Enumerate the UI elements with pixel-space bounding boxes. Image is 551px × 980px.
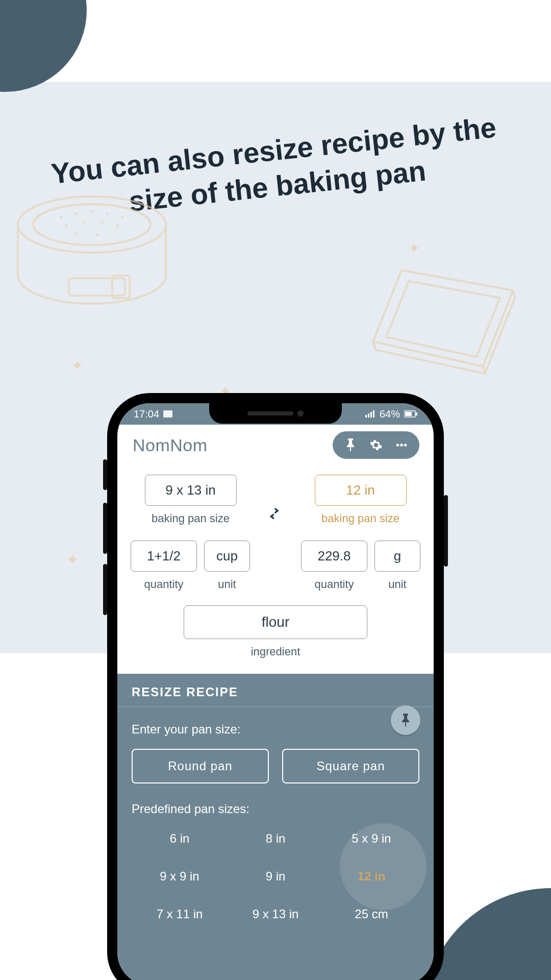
gear-icon[interactable] bbox=[369, 438, 383, 452]
phone-side-button bbox=[103, 503, 107, 554]
sparkle-icon: ✦ bbox=[71, 357, 83, 374]
svg-rect-20 bbox=[405, 412, 412, 416]
source-unit-label: unit bbox=[218, 578, 236, 591]
svg-point-8 bbox=[121, 216, 124, 218]
phone-side-button bbox=[103, 564, 107, 615]
source-pan-size-input[interactable]: 9 x 13 in bbox=[145, 475, 237, 506]
app-top-bar: NomNom bbox=[117, 425, 434, 465]
signal-icon bbox=[365, 410, 375, 418]
round-pan-button[interactable]: Round pan bbox=[132, 749, 269, 783]
status-time: 17:04 bbox=[134, 408, 159, 420]
pan-size-option[interactable]: 7 x 11 in bbox=[132, 904, 228, 924]
resize-recipe-panel: RESIZE RECIPE Enter your pan size: Round… bbox=[117, 674, 434, 980]
phone-frame: 17:04 64% NomNom bbox=[107, 393, 444, 980]
pan-size-option[interactable]: 9 x 13 in bbox=[228, 904, 323, 924]
pan-size-option[interactable]: 6 in bbox=[132, 828, 228, 849]
status-image-icon bbox=[163, 410, 172, 418]
pan-size-option[interactable]: 8 in bbox=[228, 828, 323, 849]
status-battery: 64% bbox=[380, 408, 400, 420]
rectangular-pan-illustration bbox=[367, 255, 520, 388]
svg-point-7 bbox=[106, 212, 109, 215]
predefined-size-grid: 6 in 8 in 5 x 9 in 9 x 9 in 9 in 12 in 7… bbox=[132, 828, 419, 924]
svg-point-14 bbox=[96, 234, 98, 236]
phone-side-button bbox=[444, 495, 448, 567]
svg-point-23 bbox=[400, 444, 403, 446]
phone-screen: 17:04 64% NomNom bbox=[117, 403, 434, 980]
target-unit-input[interactable]: g bbox=[374, 541, 420, 572]
converter-panel: 9 x 13 in baking pan size 12 in baking p… bbox=[117, 465, 434, 674]
pan-size-option[interactable]: 9 x 9 in bbox=[132, 866, 228, 887]
svg-rect-18 bbox=[373, 410, 374, 418]
pan-size-option[interactable]: 9 in bbox=[228, 866, 323, 887]
phone-notch bbox=[209, 403, 342, 424]
svg-rect-17 bbox=[370, 412, 372, 418]
target-unit-label: unit bbox=[388, 578, 406, 591]
svg-point-24 bbox=[404, 444, 407, 446]
swap-button[interactable] bbox=[265, 504, 286, 525]
target-quantity-output[interactable]: 229.8 bbox=[301, 541, 367, 572]
svg-point-12 bbox=[116, 225, 119, 227]
target-quantity-label: quantity bbox=[314, 578, 354, 591]
pan-size-option[interactable]: 5 x 9 in bbox=[323, 828, 419, 849]
app-title: NomNom bbox=[133, 435, 208, 455]
resize-panel-title: RESIZE RECIPE bbox=[117, 674, 434, 707]
svg-point-4 bbox=[60, 216, 63, 218]
source-quantity-input[interactable]: 1+1/2 bbox=[131, 541, 197, 572]
more-icon[interactable] bbox=[395, 438, 408, 452]
resize-prompt: Enter your pan size: bbox=[132, 722, 419, 737]
svg-point-22 bbox=[396, 444, 399, 446]
svg-point-10 bbox=[83, 222, 86, 224]
round-pan-illustration bbox=[10, 189, 184, 332]
svg-point-5 bbox=[76, 212, 78, 215]
pin-fab-button[interactable] bbox=[391, 705, 420, 735]
svg-point-6 bbox=[91, 210, 93, 213]
ingredient-label: ingredient bbox=[251, 645, 300, 658]
battery-icon bbox=[404, 410, 417, 418]
square-pan-button[interactable]: Square pan bbox=[282, 749, 419, 783]
top-action-pill bbox=[333, 431, 419, 459]
target-pan-size-label: baking pan size bbox=[321, 512, 399, 525]
decor-circle-top-left bbox=[0, 0, 87, 92]
pan-size-option-selected[interactable]: 12 in bbox=[323, 866, 419, 887]
svg-rect-16 bbox=[368, 413, 369, 418]
svg-point-13 bbox=[76, 233, 78, 235]
target-pan-size-input[interactable]: 12 in bbox=[315, 475, 407, 506]
predefined-sizes-label: Predefined pan sizes: bbox=[132, 802, 419, 816]
svg-point-9 bbox=[65, 225, 68, 227]
svg-point-11 bbox=[101, 222, 104, 224]
pan-size-option[interactable]: 25 cm bbox=[323, 904, 419, 924]
pin-icon[interactable] bbox=[344, 438, 357, 452]
source-unit-input[interactable]: cup bbox=[204, 541, 250, 572]
source-quantity-label: quantity bbox=[144, 578, 183, 591]
svg-rect-21 bbox=[416, 412, 417, 415]
svg-rect-15 bbox=[365, 415, 367, 418]
phone-side-button bbox=[103, 459, 107, 490]
source-pan-size-label: baking pan size bbox=[152, 512, 230, 525]
ingredient-input[interactable]: flour bbox=[184, 605, 367, 639]
svg-rect-2 bbox=[69, 278, 125, 296]
sparkle-icon: ✦ bbox=[408, 240, 420, 257]
sparkle-icon: ✦ bbox=[66, 551, 78, 568]
